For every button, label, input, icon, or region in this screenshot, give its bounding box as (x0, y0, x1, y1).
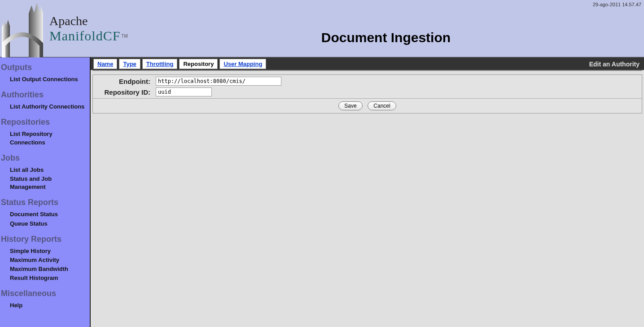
save-button[interactable]: Save (338, 101, 362, 110)
manifoldcf-logo-icon (0, 0, 45, 57)
page-title: Document Ingestion (128, 12, 644, 45)
content-divider (92, 70, 642, 71)
form-panel: Endpoint: Repository ID: Save Cancel (92, 74, 642, 113)
logo-text: Apache ManifoldCFTM (49, 14, 128, 44)
repository-id-label: Repository ID: (97, 88, 156, 96)
sidebar-item-document-status[interactable]: Document Status (0, 210, 90, 219)
timestamp: 29-ago-2011 14.57.47 (593, 2, 641, 7)
sidebar-heading-jobs: Jobs (0, 151, 90, 166)
tab-name[interactable]: Name (93, 59, 117, 69)
sidebar-item-help[interactable]: Help (0, 301, 90, 310)
sidebar-heading-authorities: Authorities (0, 87, 90, 102)
tab-repository[interactable]: Repository (179, 59, 218, 69)
main-content: Name Type Throttling Repository User Map… (91, 57, 644, 327)
sidebar-item-status-job-management[interactable]: Status and Job Management (0, 174, 90, 192)
form-row-endpoint: Endpoint: (93, 75, 642, 87)
sidebar-item-list-output-connections[interactable]: List Output Connections (0, 75, 90, 84)
repository-id-input[interactable] (156, 87, 212, 96)
logo-apache-text: Apache (49, 14, 128, 28)
tabbar-page-label: Edit an Authority (589, 61, 642, 68)
sidebar-item-maximum-activity[interactable]: Maximum Activity (0, 256, 90, 265)
sidebar-heading-repositories: Repositories (0, 115, 90, 130)
header-banner: Apache ManifoldCFTM Document Ingestion 2… (0, 0, 644, 57)
sidebar-item-maximum-bandwidth[interactable]: Maximum Bandwidth (0, 265, 90, 274)
endpoint-input[interactable] (156, 77, 281, 86)
tab-user-mapping[interactable]: User Mapping (219, 59, 266, 69)
logo-area: Apache ManifoldCFTM (0, 0, 128, 57)
sidebar-item-list-authority-connections[interactable]: List Authority Connections (0, 102, 90, 111)
sidebar-item-queue-status[interactable]: Queue Status (0, 219, 90, 228)
endpoint-label: Endpoint: (97, 78, 156, 85)
tab-bar: Name Type Throttling Repository User Map… (91, 57, 644, 70)
button-row: Save Cancel (93, 98, 642, 113)
sidebar-heading-miscellaneous: Miscellaneous (0, 286, 90, 301)
sidebar-heading-status-reports: Status Reports (0, 195, 90, 210)
sidebar-item-list-repository-connections[interactable]: List Repository Connections (0, 130, 90, 147)
sidebar: Outputs List Output Connections Authorit… (0, 57, 91, 327)
logo-tm: TM (121, 34, 127, 39)
logo-manifold-text: ManifoldCF (49, 28, 120, 43)
sidebar-heading-outputs: Outputs (0, 60, 90, 75)
tab-type[interactable]: Type (119, 59, 140, 69)
cancel-button[interactable]: Cancel (368, 101, 396, 110)
sidebar-heading-history-reports: History Reports (0, 232, 90, 247)
tab-throttling[interactable]: Throttling (142, 59, 178, 69)
sidebar-item-simple-history[interactable]: Simple History (0, 247, 90, 256)
sidebar-item-list-all-jobs[interactable]: List all Jobs (0, 166, 90, 174)
sidebar-item-result-histogram[interactable]: Result Histogram (0, 274, 90, 283)
form-row-repository-id: Repository ID: (93, 87, 642, 98)
